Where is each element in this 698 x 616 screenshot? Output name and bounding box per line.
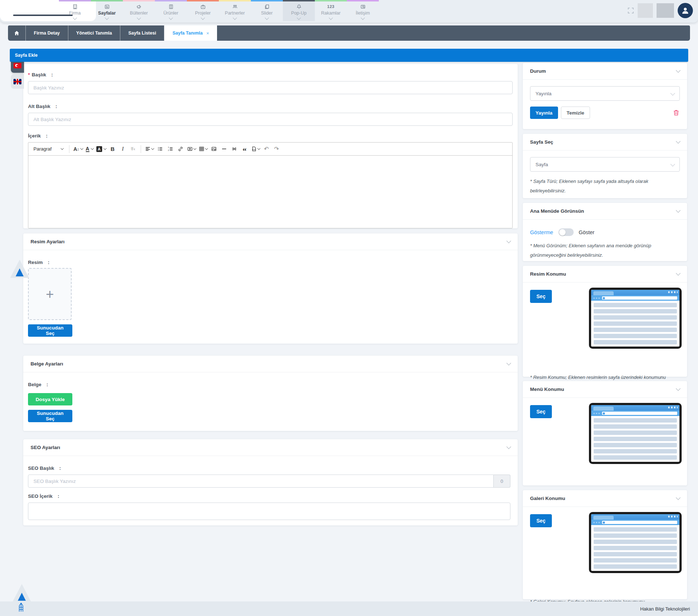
undo-button[interactable]: ↶	[262, 144, 271, 154]
menu-item-rakamlar[interactable]: 123 Rakamlar	[315, 0, 347, 21]
language-tab-english[interactable]	[11, 74, 24, 89]
chevron-down-icon	[169, 16, 173, 20]
open-tabs-bar: Firma Detay Yönetici Tanımla Sayfa Liste…	[8, 25, 690, 41]
seo-settings-card: SEO Ayarları SEO Başlık : 0 SEO İçerik :	[23, 439, 518, 525]
language-tabs	[11, 58, 24, 89]
bulleted-list-button[interactable]	[156, 144, 165, 154]
delete-icon[interactable]	[673, 109, 680, 116]
footer: Hakan Bilgi Teknolojileri	[0, 601, 698, 616]
fullscreen-icon[interactable]	[627, 7, 634, 14]
image-position-select-button[interactable]: Seç	[530, 290, 552, 303]
chevron-down-icon	[265, 16, 269, 20]
redo-button[interactable]: ↷	[272, 144, 281, 154]
english-flag-icon	[13, 79, 21, 84]
scroll-up-arrow-icon[interactable]	[16, 268, 24, 276]
collapse-chevron-icon[interactable]	[676, 495, 681, 500]
scroll-up-widget	[12, 584, 31, 602]
close-tab-icon[interactable]: ×	[206, 31, 209, 36]
chevron-down-icon	[329, 16, 333, 20]
font-color-button[interactable]: A	[85, 144, 95, 154]
collapse-chevron-icon[interactable]	[676, 208, 681, 213]
chevron-down-icon	[670, 91, 675, 96]
source-editing-button[interactable]	[250, 144, 261, 154]
numbered-list-button[interactable]: 12	[166, 144, 175, 154]
collapse-chevron-icon[interactable]	[676, 386, 681, 391]
user-info-block	[657, 3, 674, 18]
plus-icon: +	[46, 289, 54, 300]
image-upload-dropzone[interactable]: +	[28, 268, 72, 320]
chevron-down-icon	[137, 16, 141, 20]
people-icon	[232, 3, 238, 10]
subtitle-input[interactable]	[28, 113, 513, 126]
chevron-down-icon	[233, 16, 237, 20]
collapse-chevron-icon[interactable]	[506, 361, 511, 365]
page-break-button[interactable]	[230, 144, 239, 154]
image-settings-card: Resim Ayarları Resim : + Sunucudan Seç	[23, 233, 518, 344]
font-size-button[interactable]: A↕	[72, 144, 84, 154]
toggle-on-label: Göster	[579, 229, 595, 235]
collapse-chevron-icon[interactable]	[676, 139, 681, 144]
menu-item-bultenler[interactable]: Bültenler	[123, 0, 155, 21]
scroll-up-arrow-icon[interactable]	[18, 593, 26, 601]
gallery-position-panel: Galeri Konumu Seç * Galeri Konumu; Sayfa…	[523, 490, 687, 599]
chevron-down-icon	[670, 162, 675, 167]
svg-text:1: 1	[168, 146, 169, 148]
clear-button[interactable]: Temizle	[561, 107, 590, 119]
content-editor-body[interactable]	[28, 156, 512, 228]
main-menu-visibility-panel: Ana Menüde Görünsün Gösterme Göster * Me…	[523, 203, 687, 261]
collapse-chevron-icon[interactable]	[676, 271, 681, 276]
block-quote-button[interactable]: “	[240, 144, 249, 154]
media-embed-button[interactable]	[186, 144, 197, 154]
collapse-chevron-icon[interactable]	[506, 444, 511, 449]
bold-button[interactable]: B	[108, 144, 117, 154]
menu-item-iletisim[interactable]: İletişim	[347, 0, 379, 21]
page-select-header: Sayfa Seç	[523, 134, 687, 151]
page-select-panel: Sayfa Seç Sayfa * Sayfa Türü; Eklenen sa…	[523, 134, 687, 198]
seo-content-label: SEO İçerik :	[28, 493, 510, 499]
status-select[interactable]: Yayınla	[530, 86, 680, 101]
paragraph-style-select[interactable]: Paragraf	[31, 144, 66, 154]
collapse-chevron-icon[interactable]	[506, 239, 511, 243]
gallery-position-select-button[interactable]: Seç	[530, 514, 552, 527]
remove-format-button[interactable]: Tx	[128, 144, 138, 154]
tab-yonetici-tanimla[interactable]: Yönetici Tanımla	[68, 25, 120, 41]
menu-item-urunler[interactable]: Ürünler	[155, 0, 187, 21]
turkish-flag-icon	[13, 63, 21, 68]
background-color-button[interactable]: A	[95, 144, 107, 154]
tab-sayfa-tanimla-active[interactable]: Sayfa Tanımla ×	[164, 25, 217, 41]
link-button[interactable]	[176, 144, 185, 154]
page-title: Sayfa Ekle	[15, 53, 38, 58]
menu-item-firma[interactable]: Firma	[59, 0, 91, 21]
menu-item-slider[interactable]: Slider	[251, 0, 283, 21]
main-menu-visibility-toggle[interactable]	[558, 228, 574, 236]
company-logo-icon	[17, 602, 25, 614]
tab-firma-detay[interactable]: Firma Detay	[26, 25, 68, 41]
seo-title-input[interactable]	[28, 475, 494, 488]
seo-content-textarea[interactable]	[28, 503, 510, 520]
scroll-up-widget	[10, 260, 29, 278]
user-avatar[interactable]	[678, 3, 693, 18]
tab-sayfa-listesi[interactable]: Sayfa Listesi	[120, 25, 164, 41]
document-upload-button[interactable]: Dosya Yükle	[28, 393, 72, 405]
insert-image-button[interactable]	[209, 144, 219, 154]
numbers-icon: 123	[327, 3, 334, 10]
chevron-down-icon	[361, 16, 365, 20]
menu-visibility-note: * Menü Görünüm; Eklenen sayfanın ana men…	[530, 241, 680, 260]
collapse-chevron-icon[interactable]	[676, 68, 681, 73]
table-button[interactable]	[198, 144, 209, 154]
menu-item-partnerler[interactable]: Partnerler	[219, 0, 251, 21]
menu-position-select-button[interactable]: Seç	[530, 405, 552, 418]
menu-item-projeler[interactable]: Projeler	[187, 0, 219, 21]
menu-item-popup[interactable]: Pop-Up	[283, 0, 315, 21]
page-type-select[interactable]: Sayfa	[530, 157, 680, 172]
publish-button[interactable]: Yayınla	[530, 107, 558, 119]
italic-button[interactable]: I	[118, 144, 128, 154]
image-select-from-server-button[interactable]: Sunucudan Seç	[28, 324, 72, 337]
menu-item-sayfalar[interactable]: Sayfalar	[91, 0, 123, 21]
document-select-from-server-button[interactable]: Sunucudan Seç	[28, 410, 72, 422]
horizontal-line-button[interactable]	[220, 144, 229, 154]
title-input[interactable]	[28, 81, 513, 94]
home-tab[interactable]	[8, 25, 26, 41]
align-button[interactable]	[144, 144, 155, 154]
seo-settings-header: SEO Ayarları	[23, 439, 518, 456]
